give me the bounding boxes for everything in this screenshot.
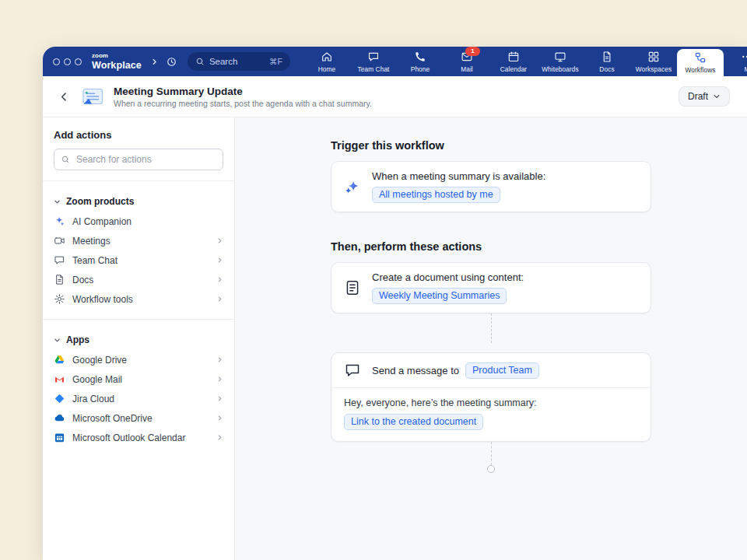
workflow-end-node[interactable]: [487, 465, 495, 473]
chevron-right-icon: [216, 356, 223, 363]
search-icon: [61, 155, 70, 164]
actions-heading: Then, perform these actions: [331, 240, 651, 253]
chevron-down-icon: [713, 93, 721, 100]
sidebar-item-team-chat[interactable]: Team Chat: [54, 250, 223, 270]
nav-item-label: M: [744, 65, 747, 73]
create-document-text: Create a document using content:: [372, 271, 524, 283]
outlook-calendar-icon: [54, 432, 65, 443]
window-control-dot[interactable]: [53, 58, 60, 65]
back-button[interactable]: [57, 89, 72, 104]
create-document-card[interactable]: Create a document using content: Weekly …: [331, 262, 651, 313]
add-actions-sidebar: Add actions Zoom products AI Companion: [43, 117, 235, 560]
more-icon: [741, 51, 747, 63]
sidebar-item-outlook-calendar[interactable]: Microsoft Outlook Calendar: [54, 428, 223, 447]
document-link-chip[interactable]: Link to the created document: [344, 414, 483, 430]
section-label: Apps: [66, 334, 89, 345]
nav-items: Home Team Chat Phone 1 Mail Calendar: [303, 47, 747, 76]
ai-sparkle-icon: [344, 178, 361, 195]
logo-zoom-text: zoom: [92, 53, 142, 59]
trigger-heading: Trigger this workflow: [331, 139, 651, 152]
window-control-dot[interactable]: [64, 58, 71, 65]
chevron-right-icon: [216, 257, 223, 264]
trigger-text: When a meeting summary is available:: [372, 170, 545, 182]
chevron-right-icon: [216, 376, 223, 383]
connector-dashed-line: [491, 313, 492, 343]
workflow-canvas: Trigger this workflow When a meeting sum…: [235, 117, 747, 560]
nav-item-calendar[interactable]: Calendar: [490, 47, 537, 76]
chat-bubble-icon: [344, 362, 361, 379]
section-label: Zoom products: [66, 196, 134, 207]
actions-search-input[interactable]: [75, 153, 216, 166]
sidebar-item-label: Meetings: [72, 236, 110, 247]
sidebar-item-label: Microsoft Outlook Calendar: [72, 432, 185, 443]
sidebar-item-google-drive[interactable]: Google Drive: [54, 350, 223, 369]
logo-workplace-text: Workplace: [92, 61, 142, 71]
nav-left-cluster: zoom Workplace Search ⌘F: [43, 47, 290, 76]
chevron-right-icon: [216, 296, 223, 303]
nav-item-label: Home: [318, 65, 336, 73]
home-icon: [321, 51, 333, 63]
draft-status-dropdown[interactable]: Draft: [679, 86, 730, 107]
sidebar-item-label: Workflow tools: [72, 294, 133, 305]
search-shortcut: ⌘F: [269, 57, 282, 66]
send-message-card[interactable]: Send a message to Product Team Hey, ever…: [331, 352, 651, 442]
message-body: Hey, everyone, here’s the meeting summar…: [331, 388, 651, 441]
workflows-icon: [694, 51, 707, 64]
sidebar-item-onedrive[interactable]: Microsoft OneDrive: [54, 408, 223, 428]
sidebar-item-label: Google Drive: [72, 355, 127, 366]
chevron-right-icon[interactable]: [150, 58, 159, 66]
workflow-subtitle: When a recurring meeting starts, post th…: [114, 99, 372, 108]
chevron-right-icon: [216, 237, 223, 244]
history-icon[interactable]: [166, 56, 177, 68]
chevron-down-icon: [54, 337, 61, 344]
section-zoom-products[interactable]: Zoom products: [54, 191, 223, 212]
nav-item-workflows[interactable]: Workflows: [677, 49, 724, 76]
connector-dashed-line: [491, 442, 492, 465]
nav-item-home[interactable]: Home: [303, 47, 350, 76]
nav-item-label: Phone: [411, 65, 430, 73]
nav-item-mail[interactable]: 1 Mail: [444, 47, 490, 76]
message-body-text: Hey, everyone, here’s the meeting summar…: [344, 397, 638, 408]
trigger-scope-chip[interactable]: All meetings hosted by me: [372, 187, 500, 203]
chevron-right-icon: [216, 276, 223, 283]
whiteboards-icon: [554, 51, 566, 63]
sidebar-title: Add actions: [54, 129, 223, 141]
onedrive-icon: [54, 412, 65, 424]
document-content-chip[interactable]: Weekly Meeting Summaries: [372, 288, 507, 304]
sidebar-item-label: Google Mail: [72, 374, 122, 385]
meetings-icon: [54, 235, 65, 247]
zoom-workplace-window: zoom Workplace Search ⌘F Home: [43, 47, 747, 560]
phone-icon: [414, 51, 426, 63]
global-search[interactable]: Search ⌘F: [188, 52, 290, 71]
search-label: Search: [209, 57, 237, 66]
nav-item-more[interactable]: M: [724, 47, 747, 76]
calendar-icon: [507, 51, 520, 63]
jira-cloud-icon: [54, 393, 65, 404]
actions-search[interactable]: [54, 149, 223, 170]
top-navigation-bar: zoom Workplace Search ⌘F Home: [43, 47, 747, 76]
workflow-tools-icon: [54, 293, 65, 305]
document-icon: [344, 279, 361, 296]
nav-item-team-chat[interactable]: Team Chat: [350, 47, 397, 76]
sidebar-item-jira-cloud[interactable]: Jira Cloud: [54, 389, 223, 408]
docs-icon: [601, 51, 613, 63]
sidebar-item-label: Docs: [72, 275, 93, 285]
section-apps[interactable]: Apps: [54, 330, 223, 350]
trigger-card[interactable]: When a meeting summary is available: All…: [331, 161, 651, 212]
sidebar-item-meetings[interactable]: Meetings: [54, 231, 223, 250]
window-control-dot[interactable]: [75, 58, 82, 65]
sidebar-item-label: Jira Cloud: [72, 394, 114, 404]
recipient-chip[interactable]: Product Team: [465, 362, 539, 379]
nav-item-docs[interactable]: Docs: [584, 47, 630, 76]
nav-item-label: Docs: [599, 65, 614, 73]
sidebar-item-docs[interactable]: Docs: [54, 270, 223, 289]
sidebar-item-ai-companion[interactable]: AI Companion: [54, 212, 223, 231]
nav-item-workspaces[interactable]: Workspaces: [630, 47, 677, 76]
window-controls[interactable]: [53, 58, 82, 65]
nav-item-phone[interactable]: Phone: [397, 47, 444, 76]
google-drive-icon: [54, 354, 65, 366]
nav-item-whiteboards[interactable]: Whiteboards: [537, 47, 584, 76]
sidebar-item-workflow-tools[interactable]: Workflow tools: [54, 289, 223, 309]
sidebar-item-google-mail[interactable]: Google Mail: [54, 369, 223, 389]
nav-item-label: Whiteboards: [542, 65, 579, 73]
